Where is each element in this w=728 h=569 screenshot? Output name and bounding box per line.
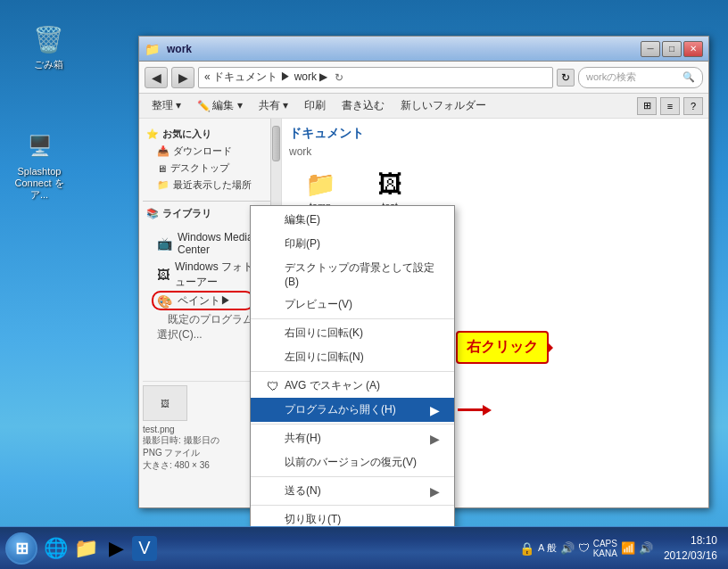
search-placeholder: workの検索 <box>586 70 636 84</box>
ctx-open-with-label: プログラムから開く(H) <box>285 402 426 417</box>
star-icon: ⭐ <box>146 128 159 140</box>
ctx-send-to[interactable]: 送る(N) ▶ <box>251 479 454 503</box>
ctx-sep5 <box>251 505 454 506</box>
ctx-cut-label: 切り取り(T) <box>285 512 440 526</box>
tray-speaker-icon: 🔊 <box>639 541 653 555</box>
right-click-callout: 右クリック <box>456 331 549 364</box>
ctx-sep3 <box>251 424 454 425</box>
desktop-icon-splashtop[interactable]: 🖥️ SplashtopConnect をア... <box>7 125 71 205</box>
desktop-icon-sm: 🖥 <box>157 163 167 174</box>
menu-share[interactable]: 共有 ▾ <box>252 95 295 116</box>
menu-edit[interactable]: ✏️ 編集 ▾ <box>190 95 249 116</box>
sidebar-item-recent[interactable]: 📁 最近表示した場所 <box>143 177 277 194</box>
breadcrumb: ドキュメント <box>289 126 701 142</box>
splashtop-icon: 🖥️ <box>21 128 57 164</box>
start-orb-icon: ⊞ <box>15 539 29 558</box>
temp-folder-icon: 📁 <box>305 169 336 199</box>
ctx-cut[interactable]: 切り取り(T) <box>251 507 454 526</box>
window-nav-toolbar: ◀ ▶ « ドキュメント ▶ work ▶ ↻ ↻ workの検索 🔍 <box>139 62 708 94</box>
view-list-button[interactable]: ≡ <box>660 97 680 115</box>
ctx-rotate-right-label: 右回りに回転(K) <box>285 326 440 341</box>
library-icon: 📚 <box>146 208 159 219</box>
window-icon: 📁 <box>145 42 160 56</box>
download-icon: 📥 <box>157 145 170 157</box>
address-bar[interactable]: « ドキュメント ▶ work ▶ ↻ <box>198 67 553 88</box>
ctx-rotate-left[interactable]: 左回りに回転(N) <box>251 345 454 369</box>
view-toggle-button[interactable]: ⊞ <box>637 97 657 115</box>
ctx-share[interactable]: 共有(H) ▶ <box>251 426 454 450</box>
taskbar-clock[interactable]: 18:10 2012/03/16 <box>657 533 724 564</box>
clock-date: 2012/03/16 <box>664 548 717 564</box>
tray-code: CAPSKANA <box>593 539 617 558</box>
recent-icon: 📁 <box>157 179 170 191</box>
ctx-open-with-arrow: ▶ <box>430 403 440 417</box>
ctx-sep2 <box>251 371 454 372</box>
refresh-button[interactable]: ↻ <box>557 69 575 87</box>
ctx-print-label: 印刷(P) <box>285 236 440 252</box>
sidebar-favorites: ⭐ お気に入り 📥 ダウンロード 🖥 デスクトップ 📁 最近表示した場所 <box>143 126 277 194</box>
network-icon: 🔒 <box>519 541 534 556</box>
ctx-print[interactable]: 印刷(P) <box>251 232 454 256</box>
ctx-preview[interactable]: プレビュー(V) <box>251 293 454 317</box>
ctx-restore-version[interactable]: 以前のバージョンの復元(V) <box>251 450 454 474</box>
ctx-open-with[interactable]: プログラムから開く(H) ▶ <box>251 398 454 422</box>
ctx-wallpaper-label: デスクトップの背景として設定(B) <box>285 260 440 288</box>
taskbar-vnc-icon[interactable]: V <box>132 536 157 561</box>
ctx-set-wallpaper[interactable]: デスクトップの背景として設定(B) <box>251 256 454 293</box>
back-button[interactable]: ◀ <box>145 67 168 88</box>
minimize-button[interactable]: ─ <box>641 41 660 57</box>
sidebar-item-download[interactable]: 📥 ダウンロード <box>143 143 277 160</box>
view-controls: ⊞ ≡ ? <box>637 97 703 115</box>
ctx-sep4 <box>251 476 454 477</box>
ctx-edit-label: 編集(E) <box>285 212 440 227</box>
clock-time: 18:10 <box>664 533 717 548</box>
help-button[interactable]: ? <box>683 97 703 115</box>
tray-shield-icon: 🛡 <box>578 541 590 555</box>
ctx-send-arrow: ▶ <box>430 484 440 499</box>
ctx-rotate-right[interactable]: 右回りに回転(K) <box>251 321 454 345</box>
start-button[interactable]: ⊞ <box>5 532 37 565</box>
ctx-share-label: 共有(H) <box>285 431 426 446</box>
recycle-bin-label: ごみ箱 <box>34 59 63 70</box>
address-refresh-icon[interactable]: ↻ <box>335 71 343 84</box>
favorites-title: ⭐ お気に入り <box>143 126 277 143</box>
ctx-avg-icon: 🛡 <box>265 379 281 393</box>
ctx-send-label: 送る(N) <box>285 483 426 499</box>
menu-new-folder[interactable]: 新しいフォルダー <box>393 95 493 116</box>
menu-bar: 整理 ▾ ✏️ 編集 ▾ 共有 ▾ 印刷 書き込む 新しいフォルダー ⊞ ≡ ? <box>139 94 708 119</box>
taskbar-quick-launch: 🌐 📁 ▶ V <box>41 534 516 563</box>
taskbar-folder-icon[interactable]: 📁 <box>71 534 100 563</box>
ctx-restore-label: 以前のバージョンの復元(V) <box>285 455 440 470</box>
red-arrow-indicator <box>458 398 492 423</box>
ctx-share-arrow: ▶ <box>430 432 440 446</box>
address-text: « ドキュメント ▶ work ▶ <box>204 70 327 85</box>
menu-print[interactable]: 印刷 <box>297 95 333 116</box>
sidebar-item-desktop[interactable]: 🖥 デスクトップ <box>143 160 277 177</box>
ctx-rotate-left-label: 左回りに回転(N) <box>285 350 440 365</box>
maximize-button[interactable]: □ <box>662 41 682 57</box>
system-tray: 🔒 A 般 🔊 🛡 CAPSKANA 📶 🔊 18:10 2012/03/16 <box>516 533 728 564</box>
recycle-bin-icon: 🗑️ <box>30 21 66 57</box>
forward-button[interactable]: ▶ <box>171 67 194 88</box>
ctx-avg-scan[interactable]: 🛡 AVG でスキャン (A) <box>251 374 454 398</box>
tray-icons: 🔊 <box>560 541 575 555</box>
subfolder-label: work <box>289 145 701 158</box>
ctx-edit[interactable]: 編集(E) <box>251 208 454 232</box>
file-thumb: 🖼 <box>143 385 187 421</box>
taskbar-ie-icon[interactable]: 🌐 <box>41 534 70 563</box>
sidebar-divider <box>143 201 277 202</box>
photo-viewer-icon: 🖼 <box>157 268 170 282</box>
taskbar-media-icon[interactable]: ▶ <box>102 534 130 563</box>
window-titlebar: 📁 work ─ □ ✕ <box>139 37 708 62</box>
menu-burn[interactable]: 書き込む <box>335 95 392 116</box>
menu-organize[interactable]: 整理 ▾ <box>145 95 188 116</box>
search-bar[interactable]: workの検索 🔍 <box>578 67 703 88</box>
close-button[interactable]: ✕ <box>683 41 703 57</box>
paint-circle-highlight <box>152 291 254 310</box>
sidebar-scrollbar-thumb[interactable] <box>272 126 280 161</box>
wmc-icon: 📺 <box>157 236 172 251</box>
window-controls: ─ □ ✕ <box>641 41 703 57</box>
desktop-icon-recycle[interactable]: 🗑️ ごみ箱 <box>16 18 80 74</box>
search-icon: 🔍 <box>682 71 695 83</box>
ctx-avg-label: AVG でスキャン (A) <box>285 378 440 393</box>
